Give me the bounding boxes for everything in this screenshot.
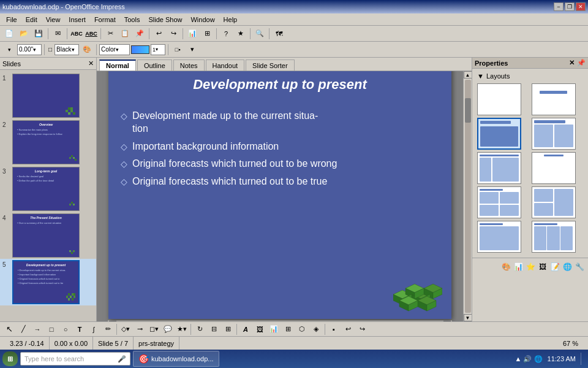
wizard-button[interactable]: ★: [234, 28, 247, 40]
tab-normal[interactable]: Normal: [99, 59, 136, 71]
maximize-button[interactable]: ❐: [565, 2, 575, 11]
minimize-button[interactable]: −: [554, 2, 564, 11]
arrow-tool[interactable]: →: [31, 323, 44, 335]
start-button[interactable]: ⊞: [2, 351, 18, 366]
layout-title-only[interactable]: [532, 83, 576, 115]
menu-tools[interactable]: Tools: [121, 15, 144, 24]
prop-icon-1[interactable]: 🎨: [500, 261, 512, 273]
eyedropper-button[interactable]: 🎨: [80, 44, 94, 56]
scroll-right-arrow[interactable]: ▶: [443, 321, 451, 321]
menu-slideshow[interactable]: Slide Show: [145, 15, 186, 24]
vertical-scrollbar[interactable]: ▲ ▼: [463, 71, 472, 321]
save-button[interactable]: 💾: [32, 28, 45, 40]
shadow-btn[interactable]: □▪: [171, 44, 184, 56]
slide-thumb-5[interactable]: Development up to present • Development …: [12, 260, 80, 304]
fontwork-btn[interactable]: A: [239, 323, 252, 335]
table-button[interactable]: ⊞: [200, 28, 214, 40]
color-dropdown[interactable]: Black ▾: [55, 44, 79, 55]
prop-icon-3[interactable]: ⭐: [524, 261, 537, 273]
select-tool[interactable]: ↖: [2, 323, 16, 335]
slides-close-icon[interactable]: ✕: [88, 59, 94, 67]
paste-button[interactable]: 📌: [133, 28, 146, 40]
layout-6[interactable]: [532, 152, 576, 184]
menu-view[interactable]: View: [42, 15, 64, 24]
email-button[interactable]: ✉: [51, 28, 64, 40]
properties-close-icon[interactable]: ✕: [569, 59, 575, 67]
scroll-down-arrow[interactable]: ▼: [464, 314, 472, 321]
show-desktop-btn[interactable]: [581, 353, 583, 365]
tab-slide-sorter[interactable]: Slide Sorter: [246, 59, 294, 71]
chart-button[interactable]: 📊: [186, 28, 199, 40]
scroll-up-arrow[interactable]: ▲: [464, 71, 472, 79]
layout-10[interactable]: [532, 221, 576, 253]
layout-9[interactable]: [477, 221, 521, 253]
menu-window[interactable]: Window: [187, 15, 218, 24]
slide-item-4[interactable]: 4 The Present Situation • Give a summary…: [0, 212, 96, 259]
chart-btn2[interactable]: 📊: [267, 323, 281, 335]
ellipse-tool[interactable]: ○: [59, 323, 72, 335]
scroll-left-arrow[interactable]: ◀: [109, 321, 116, 321]
stars-btn[interactable]: ★▾: [175, 323, 189, 335]
slide-item-1[interactable]: 1: [0, 72, 96, 119]
search-box[interactable]: Type here to search 🎤: [20, 352, 130, 366]
table-btn2[interactable]: ⊞: [281, 323, 295, 335]
fmt-extra-btn[interactable]: ▾: [186, 44, 199, 56]
redo-button[interactable]: ↪: [167, 28, 180, 40]
slides-list[interactable]: 1: [0, 70, 96, 321]
menu-file[interactable]: File: [2, 15, 21, 24]
tab-outline[interactable]: Outline: [137, 59, 172, 71]
prop-icon-4[interactable]: 🖼: [537, 261, 549, 273]
layout-7[interactable]: [477, 186, 521, 218]
redo2-btn[interactable]: ↪: [355, 323, 369, 335]
taskbar-app-item[interactable]: 🎯 kubadownload.odp...: [133, 351, 219, 367]
layout-blank[interactable]: [477, 83, 521, 115]
text-tool[interactable]: T: [73, 323, 86, 335]
slide-thumb-1[interactable]: [12, 74, 80, 118]
shapes-btn[interactable]: ◇▾: [119, 323, 132, 335]
horizontal-scrollbar[interactable]: ◀ ▶: [108, 320, 452, 321]
zoom-in-button[interactable]: 🔍: [253, 28, 266, 40]
flowchart-btn[interactable]: ◻▾: [147, 323, 160, 335]
menu-help[interactable]: Help: [220, 15, 241, 24]
prop-icon-6[interactable]: 🌐: [561, 261, 573, 273]
open-button[interactable]: 📂: [17, 28, 31, 40]
navigator-button[interactable]: 🗺: [272, 28, 285, 40]
slide-item-2[interactable]: 2 Overview • Summarise the main plans • …: [0, 119, 96, 166]
color-value-input[interactable]: 1▾: [151, 44, 165, 55]
copy-button[interactable]: 📋: [118, 28, 132, 40]
close-button[interactable]: ✕: [576, 2, 586, 11]
slide-canvas[interactable]: Development up to present ◇ Development …: [108, 71, 451, 319]
layout-8[interactable]: [532, 186, 576, 218]
fmt-btn1[interactable]: ▾: [2, 44, 16, 56]
properties-pin-icon[interactable]: 📌: [577, 59, 586, 67]
layouts-expand-icon[interactable]: ▼: [477, 72, 484, 80]
prop-icon-2[interactable]: 📊: [512, 261, 524, 273]
menu-format[interactable]: Format: [91, 15, 119, 24]
line-tool[interactable]: ╱: [17, 323, 30, 335]
layout-5[interactable]: [477, 152, 521, 184]
rect-tool[interactable]: □: [45, 323, 58, 335]
slide-thumb-3[interactable]: Long-term goal • Seeks the desired goal …: [12, 167, 80, 211]
image-btn[interactable]: 🖼: [253, 323, 266, 335]
undo-button[interactable]: ↩: [152, 28, 165, 40]
menu-edit[interactable]: Edit: [22, 15, 41, 24]
3d-btn[interactable]: ⬡: [295, 323, 309, 335]
align-btn[interactable]: ⊟: [207, 323, 221, 335]
slide-thumb-2[interactable]: Overview • Summarise the main plans • Ex…: [12, 120, 80, 164]
spellcheck2-button[interactable]: ABC: [85, 28, 98, 40]
freeform-tool[interactable]: ✏: [101, 323, 115, 335]
slide-thumb-4[interactable]: The Present Situation • Give a summary o…: [12, 213, 80, 258]
shadow-toggle[interactable]: ▪: [327, 323, 341, 335]
rotate-btn[interactable]: ↻: [193, 323, 206, 335]
layout-two-col[interactable]: [532, 118, 576, 150]
prop-icon-7[interactable]: 🔧: [573, 261, 586, 273]
new-button[interactable]: 📄: [2, 28, 16, 40]
prop-icon-5[interactable]: 📝: [549, 261, 561, 273]
color-mode-dropdown[interactable]: Color ▾: [99, 44, 130, 55]
undo2-btn[interactable]: ↩: [341, 323, 355, 335]
position-input[interactable]: 0.00" ▾: [17, 44, 42, 55]
color-gradient[interactable]: [131, 45, 149, 54]
help-button[interactable]: ?: [219, 28, 233, 40]
connector-btn[interactable]: ⊸: [133, 323, 146, 335]
slide-item-3[interactable]: 3 Long-term goal • Seeks the desired goa…: [0, 166, 96, 212]
